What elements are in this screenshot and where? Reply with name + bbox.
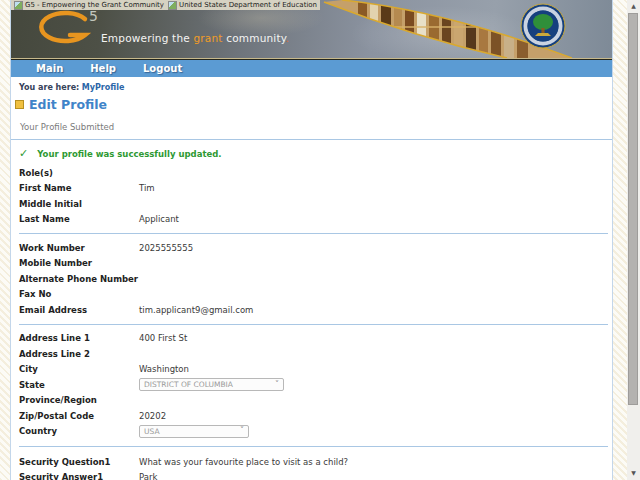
field-label: First Name: [19, 183, 139, 193]
broken-image-icon: [14, 1, 23, 10]
page-container: G5 - Empowering the Grant Community Unit…: [10, 0, 613, 480]
breadcrumb: You are here: MyProfile: [11, 83, 612, 92]
field-row-middle-initial: Middle Initial: [11, 196, 612, 212]
state-select-value: DISTRICT OF COLUMBIA: [144, 380, 233, 389]
scroll-down-icon[interactable]: ▼: [627, 469, 640, 477]
field-row-security-question1: Security Question1 What was your favouri…: [11, 454, 612, 470]
department-of-education-seal-icon: [520, 3, 566, 49]
state-select[interactable]: DISTRICT OF COLUMBIA ˅: [139, 378, 284, 391]
field-label: Zip/Postal Code: [19, 411, 139, 421]
breadcrumb-prefix: You are here:: [19, 83, 79, 92]
top-bar-item-ed: United States Department of Education: [168, 1, 317, 10]
top-alt-text-strip: G5 - Empowering the Grant Community Unit…: [11, 0, 320, 10]
checkmark-icon: ✓: [19, 149, 28, 159]
broken-image-icon: [168, 1, 177, 10]
field-row-mobile-number: Mobile Number: [11, 256, 612, 272]
page-title: Edit Profile: [15, 97, 612, 112]
field-row-country: Country USA ˅: [11, 424, 612, 440]
field-value: 400 First St: [139, 333, 187, 343]
top-bar-label: G5 - Empowering the Grant Community: [25, 1, 164, 10]
field-label: Work Number: [19, 243, 139, 253]
page-title-text: Edit Profile: [29, 97, 107, 112]
field-row-work-number: Work Number 2025555555: [11, 240, 612, 256]
field-value: Tim: [139, 183, 155, 193]
field-row-address-line-1: Address Line 1 400 First St: [11, 331, 612, 347]
field-row-state: State DISTRICT OF COLUMBIA ˅: [11, 377, 612, 393]
field-label: Role(s): [19, 168, 139, 178]
field-value: Applicant: [139, 214, 179, 224]
bullet-square-icon: [15, 100, 24, 109]
field-label: State: [19, 380, 139, 390]
field-row-city: City Washington: [11, 362, 612, 378]
field-label: Mobile Number: [19, 258, 139, 268]
field-value: What was your favourite place to visit a…: [139, 457, 348, 467]
field-label: Security Answer1: [19, 472, 139, 480]
top-bar-item-g5: G5 - Empowering the Grant Community: [14, 1, 164, 10]
field-label: Email Address: [19, 305, 139, 315]
field-label: Province/Region: [19, 395, 139, 405]
vertical-scrollbar[interactable]: ▲ ▼: [627, 0, 640, 480]
top-bar-label: United States Department of Education: [179, 1, 317, 10]
field-label: Middle Initial: [19, 199, 139, 209]
field-label: City: [19, 364, 139, 374]
field-label: Address Line 1: [19, 333, 139, 343]
nav-item-help[interactable]: Help: [90, 63, 116, 74]
section-divider: [19, 324, 608, 325]
success-message-text: Your profile was successfully updated.: [37, 149, 221, 159]
nav-item-main[interactable]: Main: [36, 63, 63, 74]
country-select[interactable]: USA ˅: [139, 425, 249, 438]
tagline-post: community: [223, 32, 286, 44]
scrollbar-thumb[interactable]: [628, 13, 638, 405]
main-nav: Main Help Logout: [11, 59, 612, 77]
chevron-down-icon: ˅: [275, 381, 279, 389]
field-row-alternate-phone: Alternate Phone Number: [11, 271, 612, 287]
field-value: tim.applicant9@gmail.com: [139, 305, 253, 315]
scroll-up-icon[interactable]: ▲: [627, 2, 640, 10]
field-row-first-name: First Name Tim: [11, 181, 612, 197]
status-line: Your Profile Submitted: [11, 122, 612, 140]
field-row-security-answer1: Security Answer1 Park: [11, 470, 612, 480]
profile-form: Role(s) First Name Tim Middle Initial La…: [11, 165, 612, 480]
field-label: Fax No: [19, 289, 139, 299]
field-row-province-region: Province/Region: [11, 393, 612, 409]
field-value: 2025555555: [139, 243, 193, 253]
section-divider: [19, 446, 608, 447]
field-row-zip-postal-code: Zip/Postal Code 20202: [11, 408, 612, 424]
header-tagline: Empowering the grant community.: [101, 32, 289, 44]
field-value: Park: [139, 472, 157, 480]
chevron-down-icon: ˅: [240, 427, 244, 435]
field-value: Washington: [139, 364, 189, 374]
tagline-period: .: [286, 32, 290, 44]
nav-item-logout[interactable]: Logout: [143, 63, 182, 74]
field-label: Address Line 2: [19, 349, 139, 359]
field-label: Country: [19, 426, 139, 436]
field-value: 20202: [139, 411, 166, 421]
field-row-address-line-2: Address Line 2: [11, 346, 612, 362]
field-row-roles: Role(s): [11, 165, 612, 181]
field-label: Security Question1: [19, 457, 139, 467]
country-select-value: USA: [144, 427, 160, 436]
breadcrumb-current-myprofile[interactable]: MyProfile: [82, 83, 125, 92]
field-label: Alternate Phone Number: [19, 274, 139, 284]
header-banner: G5 - Empowering the Grant Community Unit…: [11, 0, 612, 59]
field-row-last-name: Last Name Applicant: [11, 212, 612, 228]
success-message: ✓ Your profile was successfully updated.: [19, 149, 612, 159]
g5-logo-five: 5: [89, 8, 98, 24]
field-row-fax-no: Fax No: [11, 287, 612, 303]
field-row-email-address: Email Address tim.applicant9@gmail.com: [11, 302, 612, 318]
tagline-highlight: grant: [193, 32, 222, 44]
section-divider: [19, 233, 608, 234]
tagline-pre: Empowering the: [101, 32, 193, 44]
field-label: Last Name: [19, 214, 139, 224]
